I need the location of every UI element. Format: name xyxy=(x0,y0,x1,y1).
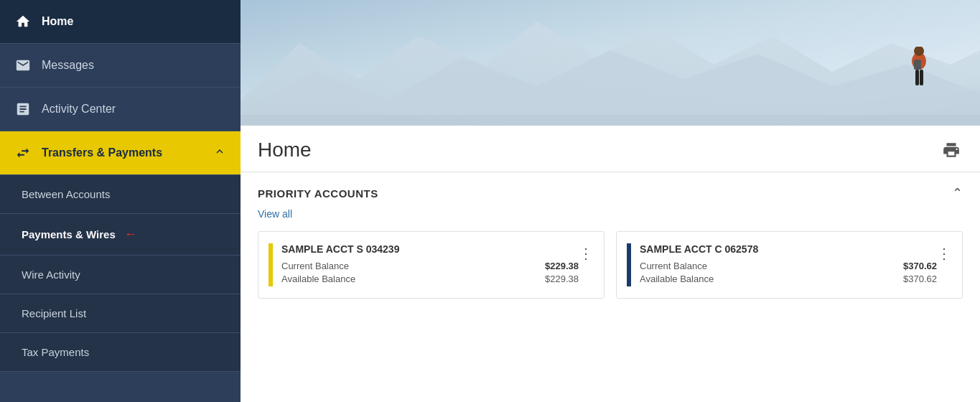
svg-rect-3 xyxy=(241,115,980,126)
activity-icon xyxy=(14,100,32,118)
hero-figure-svg xyxy=(901,47,937,126)
sidebar-item-activity-center[interactable]: Activity Center xyxy=(0,88,241,131)
svg-rect-7 xyxy=(915,70,919,85)
svg-rect-8 xyxy=(920,70,923,85)
account-2-current-balance-row: Current Balance $370.62 xyxy=(640,261,937,271)
account-1-menu-button[interactable]: ⋮ xyxy=(579,243,594,286)
account-1-available-balance-label: Available Balance xyxy=(281,274,355,284)
page-title: Home xyxy=(258,139,312,162)
account-2-available-balance-value: $370.62 xyxy=(903,274,937,284)
account-2-bar xyxy=(627,243,631,286)
svg-rect-6 xyxy=(914,60,921,70)
sidebar-subitem-payments-wires[interactable]: Payments & Wires ← xyxy=(0,214,241,256)
sidebar-item-messages-label: Messages xyxy=(42,59,94,72)
transfers-icon xyxy=(14,144,32,162)
sidebar-subitem-wire-activity-label: Wire Activity xyxy=(22,268,80,281)
sidebar-item-messages[interactable]: Messages xyxy=(0,44,241,88)
sidebar-subitem-wire-activity[interactable]: Wire Activity xyxy=(0,256,241,294)
account-2-current-balance-label: Current Balance xyxy=(640,261,707,271)
priority-accounts-title: PRIORITY ACCOUNTS xyxy=(258,187,378,200)
account-1-current-balance-label: Current Balance xyxy=(281,261,349,271)
account-1-current-balance-row: Current Balance $229.38 xyxy=(281,261,579,271)
page-body: Home PRIORITY ACCOUNTS ⌃ View all xyxy=(241,126,980,402)
sidebar-subitem-tax-payments[interactable]: Tax Payments xyxy=(0,333,241,372)
sidebar-item-home-label: Home xyxy=(42,15,73,28)
main-content: Home PRIORITY ACCOUNTS ⌃ View all xyxy=(241,0,980,402)
sidebar-item-transfers-label: Transfers & Payments xyxy=(42,146,162,159)
sidebar-subitem-between-accounts-label: Between Accounts xyxy=(22,188,110,200)
sidebar-subitem-recipient-list[interactable]: Recipient List xyxy=(0,294,241,333)
account-card-2: SAMPLE ACCT C 062578 Current Balance $37… xyxy=(616,231,963,299)
sidebar: Home Messages Activity Center Transfers … xyxy=(0,0,241,402)
account-2-available-balance-label: Available Balance xyxy=(640,274,714,284)
print-button[interactable] xyxy=(940,139,963,162)
home-icon xyxy=(14,13,32,30)
account-1-current-balance-value: $229.38 xyxy=(545,261,579,271)
view-all-link[interactable]: View all xyxy=(258,208,963,220)
sidebar-subitem-payments-wires-label: Payments & Wires xyxy=(22,228,116,240)
account-2-menu-button[interactable]: ⋮ xyxy=(937,243,952,286)
account-2-name: SAMPLE ACCT C 062578 xyxy=(640,243,937,255)
chevron-up-icon xyxy=(213,145,226,161)
account-1-bar xyxy=(269,243,273,286)
account-2-content: SAMPLE ACCT C 062578 Current Balance $37… xyxy=(640,243,937,286)
hero-banner xyxy=(241,0,980,126)
sidebar-subitem-between-accounts[interactable]: Between Accounts xyxy=(0,175,241,214)
sidebar-item-home[interactable]: Home xyxy=(0,0,241,44)
account-2-available-balance-row: Available Balance $370.62 xyxy=(640,274,937,284)
priority-accounts-header: PRIORITY ACCOUNTS ⌃ xyxy=(258,185,963,201)
messages-icon xyxy=(14,57,32,74)
priority-accounts-section: PRIORITY ACCOUNTS ⌃ View all SAMPLE ACCT… xyxy=(241,172,980,312)
sidebar-subitem-recipient-list-label: Recipient List xyxy=(22,307,86,319)
hero-mountains-svg xyxy=(241,0,980,126)
account-1-available-balance-row: Available Balance $229.38 xyxy=(281,274,579,284)
account-2-current-balance-value: $370.62 xyxy=(903,261,937,271)
sidebar-subitem-tax-payments-label: Tax Payments xyxy=(22,346,89,358)
account-1-name: SAMPLE ACCT S 034239 xyxy=(281,243,579,255)
account-1-content: SAMPLE ACCT S 034239 Current Balance $22… xyxy=(281,243,579,286)
accounts-row: SAMPLE ACCT S 034239 Current Balance $22… xyxy=(258,231,963,299)
sidebar-item-transfers-payments[interactable]: Transfers & Payments xyxy=(0,131,241,175)
priority-accounts-collapse-button[interactable]: ⌃ xyxy=(952,185,963,201)
account-1-available-balance-value: $229.38 xyxy=(545,274,579,284)
account-card-1: SAMPLE ACCT S 034239 Current Balance $22… xyxy=(258,231,605,299)
red-arrow-indicator: ← xyxy=(124,227,137,242)
home-header: Home xyxy=(241,126,980,172)
sidebar-item-activity-center-label: Activity Center xyxy=(42,103,116,116)
